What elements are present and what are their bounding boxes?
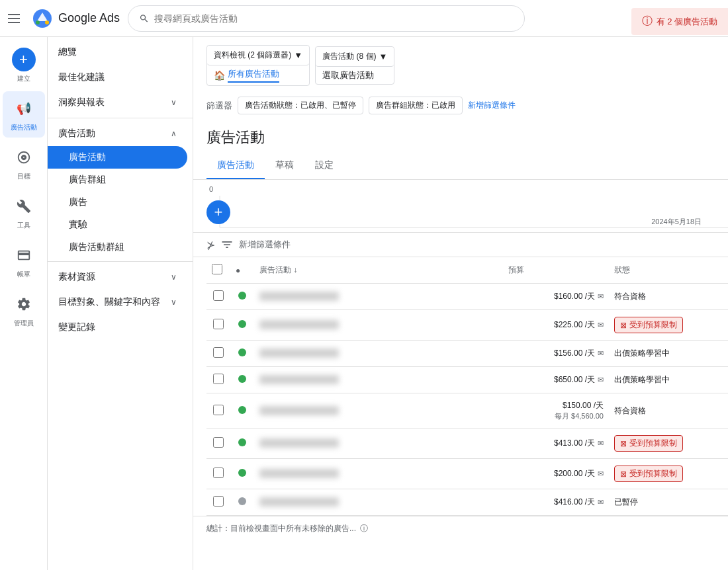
row-7-budget-icon[interactable]: ✉	[598, 469, 604, 477]
col-header-state[interactable]: 狀態	[609, 257, 728, 284]
col-header-name[interactable]: 廣告活動 ↓	[254, 257, 503, 284]
search-input[interactable]	[154, 13, 514, 24]
sidebar-item-recommendations[interactable]: 最佳化建議	[48, 65, 187, 90]
campaign-select-tab-row: 選取廣告活動	[316, 67, 394, 84]
row-8-checkbox[interactable]	[213, 496, 224, 507]
row-6-state-error-icon: ⊠	[620, 439, 627, 448]
row-2-campaign-name[interactable]: campaign-2	[259, 320, 339, 329]
sidebar-item-campaigns-sub[interactable]: 廣告活動	[48, 146, 187, 169]
row-1-state-label: 符合資格	[614, 292, 646, 301]
col-header-budget[interactable]: 預算	[503, 257, 609, 284]
sidebar-item-campaign-groups[interactable]: 廣告活動群組	[48, 236, 193, 259]
nav-goals[interactable]: 目標	[3, 140, 45, 186]
campaigns-table: ● 廣告活動 ↓ 預算 狀態 ca	[206, 257, 728, 516]
row-1-budget: $160.00 /天✉	[503, 284, 609, 310]
tab-settings[interactable]: 設定	[304, 153, 344, 179]
nav-billing[interactable]: 帳單	[3, 238, 45, 284]
filter-chip-status[interactable]: 廣告活動狀態：已啟用、已暫停	[238, 97, 363, 114]
add-filter-button[interactable]: 新增篩選條件	[468, 100, 516, 111]
row-5-checkbox[interactable]	[213, 405, 224, 415]
row-3-campaign-name[interactable]: campaign-3	[259, 348, 339, 358]
row-8-campaign-name[interactable]: campaign-8	[259, 497, 339, 507]
sidebar-item-experiments[interactable]: 實驗	[48, 214, 193, 236]
col-name-label: 廣告活動 ↓	[259, 265, 297, 274]
nav-tools[interactable]: 工具	[3, 189, 45, 235]
table-add-filter-label[interactable]: 新增篩選條件	[239, 239, 291, 251]
row-4-state: 出價策略學習中	[609, 367, 728, 393]
col-budget-label: 預算	[508, 265, 524, 274]
sidebar-item-overview[interactable]: 總覽	[48, 40, 187, 65]
content-header: 資料檢視 (2 個篩選器) ▼ 🏠 所有廣告活動 廣告活動 (8 個) ▼	[193, 37, 728, 120]
sidebar-item-ad-groups[interactable]: 廣告群組	[48, 169, 193, 191]
chart-area: 0 2024年5月18日 +	[193, 180, 728, 233]
row-3-state: 出價策略學習中	[609, 341, 728, 367]
filter-chips-bar: 篩選器 廣告活動狀態：已啟用、已暫停 廣告群組狀態：已啟用 新增篩選條件	[206, 91, 715, 120]
nav-admin-label: 管理員	[14, 319, 34, 328]
chart-svg	[193, 190, 728, 230]
row-5-campaign-name[interactable]: campaign-5	[259, 406, 339, 415]
row-7-checkbox[interactable]	[213, 468, 224, 478]
row-6-campaign-name[interactable]: campaign-6	[259, 438, 339, 448]
sidebar-experiments-label: 實驗	[69, 219, 87, 229]
menu-icon[interactable]	[8, 11, 24, 26]
row-4-status-dot	[238, 375, 246, 383]
row-2-state-error-icon: ⊠	[620, 321, 627, 330]
campaign-select-dropdown[interactable]: 廣告活動 (8 個) ▼	[316, 47, 394, 67]
row-6-budget: $413.00 /天✉	[503, 428, 609, 459]
row-4-budget-icon[interactable]: ✉	[598, 376, 604, 384]
add-campaign-button[interactable]: +	[206, 200, 230, 224]
sidebar-item-assets[interactable]: 素材資源 ∨	[48, 265, 187, 290]
table-row: campaign-8$416.00 /天✉已暫停	[206, 489, 728, 516]
row-1-budget-icon[interactable]: ✉	[598, 292, 604, 300]
row-7-campaign-name[interactable]: campaign-7	[259, 469, 339, 478]
row-6-status-dot	[238, 438, 246, 446]
data-view-label: 資料檢視 (2 個篩選器)	[214, 50, 291, 61]
table-row: campaign-5$150.00 /天每月 $4,560.00符合資格	[206, 393, 728, 428]
search-bar[interactable]	[128, 5, 525, 32]
nav-create[interactable]: + 建立	[3, 42, 45, 89]
sidebar-item-change-history[interactable]: 變更記錄	[48, 315, 187, 340]
tab-campaigns[interactable]: 廣告活動	[206, 153, 265, 179]
row-8-budget-icon[interactable]: ✉	[598, 498, 604, 506]
row-3-checkbox[interactable]	[213, 347, 224, 358]
nav-campaigns[interactable]: 📢 廣告活動	[3, 91, 45, 138]
filter-chip-group-status[interactable]: 廣告群組狀態：已啟用	[369, 97, 463, 114]
row-6-checkbox[interactable]	[213, 437, 224, 448]
table-footer: 總計：目前檢視畫面中所有未移除的廣告... ⓘ	[193, 516, 728, 541]
sidebar-item-insights[interactable]: 洞察與報表 ∨	[48, 90, 187, 115]
campaign-select-chevron-icon: ▼	[379, 52, 388, 61]
table-row: campaign-7$200.00 /天✉⊠受到預算限制	[206, 459, 728, 489]
select-all-checkbox[interactable]	[212, 264, 222, 274]
data-view-tab-label: 所有廣告活動	[228, 68, 279, 83]
data-view-dropdown[interactable]: 資料檢視 (2 個篩選器) ▼	[207, 46, 309, 65]
row-1-campaign-name[interactable]: campaign-1	[259, 292, 339, 301]
top-bar: Google Ads	[0, 0, 728, 37]
row-2-status-dot	[238, 320, 246, 328]
row-8-status-dot	[238, 497, 246, 505]
sidebar-change-history-label: 變更記錄	[58, 321, 95, 333]
assets-chevron-icon: ∨	[171, 272, 177, 282]
nav-admin[interactable]: 管理員	[3, 287, 45, 333]
insights-chevron-icon: ∨	[171, 98, 177, 107]
data-view-tab-row: 🏠 所有廣告活動	[207, 65, 309, 85]
sidebar-item-audiences[interactable]: 目標對象、關鍵字和內容 ∨	[48, 290, 187, 315]
sidebar-campaigns-sub-label: 廣告活動	[69, 151, 106, 163]
row-3-budget-icon[interactable]: ✉	[598, 349, 604, 357]
row-4-checkbox[interactable]	[213, 374, 224, 384]
row-2-state-badge: ⊠受到預算限制	[614, 317, 683, 333]
home-icon: 🏠	[214, 70, 225, 81]
row-1-checkbox[interactable]	[213, 290, 224, 301]
data-view-chevron-icon: ▼	[294, 50, 302, 60]
svg-point-2	[45, 20, 49, 24]
campaign-select-tab-label: 選取廣告活動	[322, 69, 374, 81]
sidebar-item-ads[interactable]: 廣告	[48, 191, 193, 214]
row-2-budget-icon[interactable]: ✉	[598, 321, 604, 329]
row-6-budget-icon[interactable]: ✉	[598, 439, 604, 447]
row-2-checkbox[interactable]	[213, 319, 224, 329]
sidebar-campaign-groups-label: 廣告活動群組	[69, 241, 124, 252]
row-4-budget: $650.00 /天✉	[503, 367, 609, 393]
tab-drafts[interactable]: 草稿	[265, 153, 304, 179]
row-4-campaign-name[interactable]: campaign-4	[259, 375, 339, 384]
sidebar-item-campaigns-section[interactable]: 廣告活動 ∧	[48, 121, 187, 146]
table-row: campaign-2$225.00 /天✉⊠受到預算限制	[206, 310, 728, 341]
